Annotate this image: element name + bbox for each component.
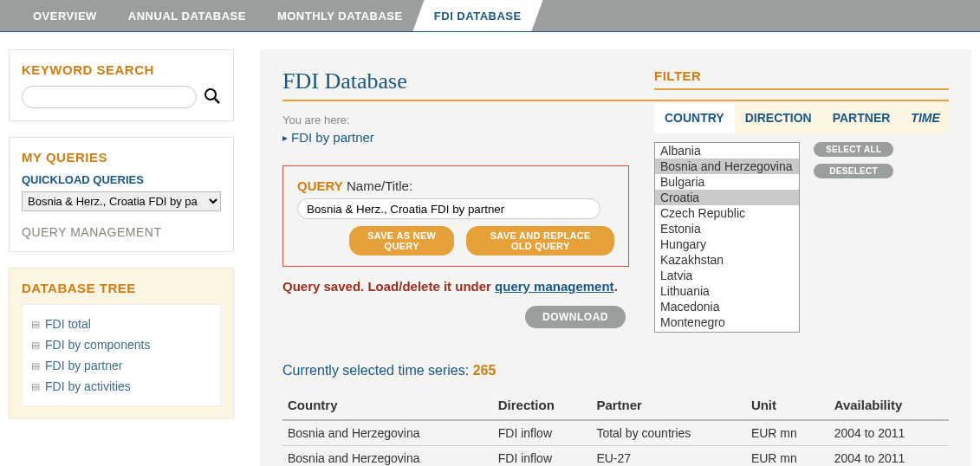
nav-tab-overview[interactable]: OVERVIEW	[17, 0, 113, 31]
country-option[interactable]: Montenegro	[655, 314, 799, 330]
saved-message: Query saved. Load/delete it under query …	[282, 279, 629, 294]
col-header: Availability	[829, 391, 949, 420]
query-management-inline-link[interactable]: query management	[495, 279, 614, 294]
database-tree-panel: DATABASE TREE FDI totalFDI by components…	[9, 268, 234, 419]
tree-item[interactable]: FDI total	[29, 314, 213, 334]
query-management-link[interactable]: QUERY MANAGEMENT	[22, 225, 221, 239]
col-header: Partner	[591, 391, 745, 420]
database-tree-title: DATABASE TREE	[22, 281, 221, 295]
country-option[interactable]: Kazakhstan	[655, 252, 799, 268]
query-label: Name/Title:	[343, 178, 412, 193]
keyword-search-panel: KEYWORD SEARCH	[9, 49, 234, 121]
tree-item[interactable]: FDI by partner	[29, 355, 213, 376]
top-nav: OVERVIEWANNUAL DATABASEMONTHLY DATABASEF…	[0, 0, 980, 31]
col-header: Direction	[493, 391, 592, 420]
country-listbox[interactable]: AlbaniaBosnia and HerzegovinaBulgariaCro…	[654, 142, 800, 333]
filter-tab-direction[interactable]: DIRECTION	[735, 102, 822, 133]
svg-line-1	[215, 99, 219, 103]
svg-point-0	[205, 89, 216, 100]
nav-tab-monthly-database[interactable]: MONTHLY DATABASE	[262, 0, 419, 31]
filter-title: FILTER	[654, 68, 949, 83]
country-option[interactable]: Albania	[655, 143, 799, 159]
col-header: Country	[282, 391, 493, 420]
country-option[interactable]: Latvia	[655, 268, 799, 283]
filter-tab-time[interactable]: TIME	[900, 102, 950, 133]
table-row: Bosnia and HerzegovinaFDI inflowEU-27EUR…	[282, 446, 949, 467]
country-option[interactable]: Czech Republic	[655, 205, 799, 221]
query-name-input[interactable]	[297, 198, 600, 219]
country-option[interactable]: Hungary	[655, 236, 799, 252]
search-input[interactable]	[22, 86, 197, 108]
selected-count-line: Currently selected time series: 265	[282, 363, 949, 379]
keyword-search-title: KEYWORD SEARCH	[22, 62, 221, 77]
country-option[interactable]: Lithuania	[655, 283, 799, 299]
download-button[interactable]: DOWNLOAD	[525, 306, 626, 328]
query-prefix: QUERY	[297, 178, 343, 193]
my-queries-title: MY QUERIES	[22, 150, 221, 165]
results-table: CountryDirectionPartnerUnitAvailability …	[282, 391, 949, 466]
nav-tab-fdi-database[interactable]: FDI DATABASE	[412, 0, 542, 31]
deselect-button[interactable]: DESELECT	[814, 164, 893, 178]
quickload-label: QUICKLOAD QUERIES	[22, 173, 221, 186]
country-option[interactable]: Bulgaria	[655, 174, 799, 190]
table-row: Bosnia and HerzegovinaFDI inflowTotal by…	[282, 420, 949, 446]
filter-panel: FILTER COUNTRYDIRECTIONPARTNERTIME Alban…	[654, 68, 949, 333]
tree-item[interactable]: FDI by components	[29, 334, 213, 355]
filter-tab-partner[interactable]: PARTNER	[822, 102, 901, 133]
my-queries-panel: MY QUERIES QUICKLOAD QUERIES Bosnia & He…	[9, 137, 234, 252]
country-option[interactable]: Bosnia and Herzegovina	[655, 159, 799, 174]
save-replace-query-button[interactable]: SAVE AND REPLACE OLD QUERY	[466, 226, 614, 256]
country-option[interactable]: Croatia	[655, 190, 799, 205]
tree-item[interactable]: FDI by activities	[29, 376, 213, 397]
save-new-query-button[interactable]: SAVE AS NEW QUERY	[349, 226, 454, 256]
select-all-button[interactable]: SELECT ALL	[814, 142, 893, 157]
quickload-select[interactable]: Bosnia & Herz., Croatia FDI by pa	[22, 191, 221, 211]
search-icon[interactable]	[204, 87, 221, 107]
country-option[interactable]: Macedonia	[655, 299, 799, 314]
nav-tab-annual-database[interactable]: ANNUAL DATABASE	[113, 0, 262, 31]
filter-tab-country[interactable]: COUNTRY	[654, 102, 735, 133]
query-box: QUERY Name/Title: SAVE AS NEW QUERY SAVE…	[282, 165, 629, 267]
filter-divider	[654, 88, 949, 90]
col-header: Unit	[746, 391, 829, 420]
country-option[interactable]: Estonia	[655, 221, 799, 236]
